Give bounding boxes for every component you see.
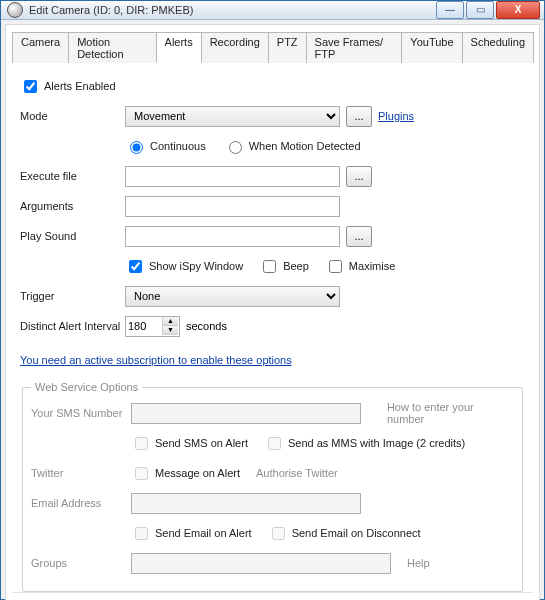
groups-input	[131, 553, 391, 574]
web-service-options: Web Service Options Your SMS Number How …	[22, 381, 523, 592]
play-sound-input[interactable]	[125, 226, 340, 247]
window: Edit Camera (ID: 0, DIR: PMKEB) — ▭ X Ca…	[0, 0, 545, 600]
client-area: Camera Motion Detection Alerts Recording…	[5, 24, 540, 600]
execute-file-input[interactable]	[125, 166, 340, 187]
play-sound-label: Play Sound	[20, 230, 125, 242]
sms-howto-text: How to enter your number	[387, 401, 514, 425]
alerts-panel: Alerts Enabled Mode Movement ... Plugins	[12, 73, 533, 592]
send-mms-checkbox: Send as MMS with Image (2 credits)	[264, 434, 465, 453]
alerts-enabled-input[interactable]	[24, 80, 37, 93]
alerts-enabled-label: Alerts Enabled	[44, 80, 116, 92]
twitter-label: Twitter	[31, 467, 131, 479]
beep-checkbox[interactable]: Beep	[259, 257, 309, 276]
spin-down-icon[interactable]: ▼	[163, 326, 178, 335]
tab-ptz[interactable]: PTZ	[268, 32, 307, 63]
groups-label: Groups	[31, 557, 131, 569]
sms-number-label: Your SMS Number	[31, 407, 131, 419]
message-on-alert-checkbox: Message on Alert	[131, 464, 240, 483]
trigger-label: Trigger	[20, 290, 125, 302]
close-button[interactable]: X	[496, 1, 540, 19]
web-service-legend: Web Service Options	[31, 381, 142, 393]
mode-browse-button[interactable]: ...	[346, 106, 372, 127]
arguments-label: Arguments	[20, 200, 125, 212]
spin-up-icon[interactable]: ▲	[163, 317, 178, 326]
mode-select[interactable]: Movement	[125, 106, 340, 127]
trigger-select[interactable]: None	[125, 286, 340, 307]
tab-save-frames-ftp[interactable]: Save Frames/ FTP	[306, 32, 403, 63]
tab-alerts[interactable]: Alerts	[156, 32, 202, 63]
tab-strip: Camera Motion Detection Alerts Recording…	[12, 31, 533, 63]
tab-recording[interactable]: Recording	[201, 32, 269, 63]
radio-continuous[interactable]: Continuous	[125, 138, 206, 154]
send-sms-checkbox: Send SMS on Alert	[131, 434, 248, 453]
app-icon	[7, 2, 23, 18]
interval-input[interactable]	[126, 317, 162, 336]
maximize-button[interactable]: ▭	[466, 1, 494, 19]
plugins-link[interactable]: Plugins	[378, 110, 414, 122]
interval-spinner[interactable]: ▲▼	[125, 316, 180, 337]
tab-motion-detection[interactable]: Motion Detection	[68, 32, 156, 63]
minimize-button[interactable]: —	[436, 1, 464, 19]
arguments-input[interactable]	[125, 196, 340, 217]
send-email-on-alert-checkbox: Send Email on Alert	[131, 524, 252, 543]
radio-when-motion-detected[interactable]: When Motion Detected	[224, 138, 361, 154]
mode-label: Mode	[20, 110, 125, 122]
subscription-notice-link[interactable]: You need an active subscription to enabl…	[20, 354, 292, 366]
tab-youtube[interactable]: YouTube	[401, 32, 462, 63]
distinct-alert-interval-label: Distinct Alert Interval	[20, 320, 125, 332]
execute-file-browse-button[interactable]: ...	[346, 166, 372, 187]
tab-camera[interactable]: Camera	[12, 32, 69, 63]
alerts-enabled-checkbox[interactable]: Alerts Enabled	[20, 77, 116, 96]
send-email-on-disconnect-checkbox: Send Email on Disconnect	[268, 524, 421, 543]
window-buttons: — ▭ X	[436, 1, 540, 19]
maximise-checkbox[interactable]: Maximise	[325, 257, 395, 276]
email-address-label: Email Address	[31, 497, 131, 509]
footer: Exit this to enable alerts and recording…	[12, 592, 533, 600]
titlebar: Edit Camera (ID: 0, DIR: PMKEB) — ▭ X	[1, 1, 544, 20]
tab-scheduling[interactable]: Scheduling	[462, 32, 534, 63]
authorise-twitter-text: Authorise Twitter	[256, 467, 338, 479]
window-title: Edit Camera (ID: 0, DIR: PMKEB)	[29, 4, 436, 16]
show-ispy-window-checkbox[interactable]: Show iSpy Window	[125, 257, 243, 276]
email-address-input	[131, 493, 361, 514]
play-sound-browse-button[interactable]: ...	[346, 226, 372, 247]
groups-help-text: Help	[407, 557, 430, 569]
sms-number-input	[131, 403, 361, 424]
execute-file-label: Execute file	[20, 170, 125, 182]
interval-unit: seconds	[186, 320, 227, 332]
